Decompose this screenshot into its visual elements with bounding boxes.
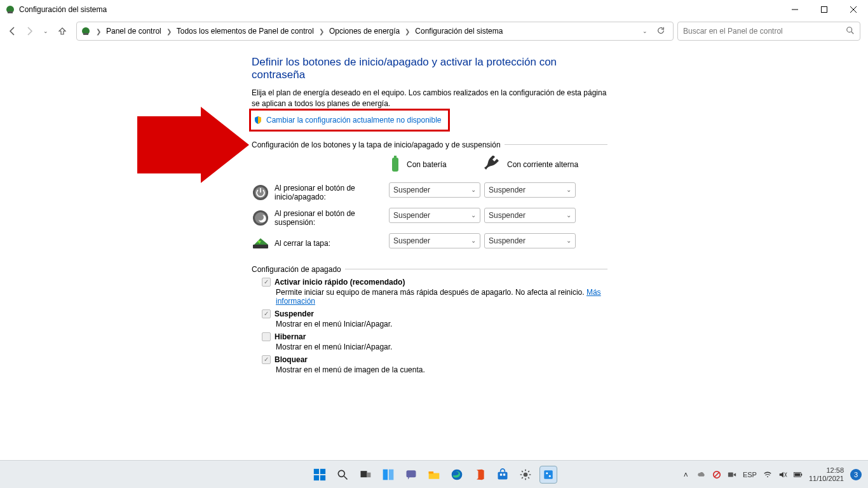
svg-rect-40: [728, 472, 733, 477]
refresh-button[interactable]: [656, 26, 665, 37]
svg-point-36: [546, 472, 548, 474]
lid-battery-select[interactable]: Suspender⌄: [389, 233, 480, 248]
svg-rect-27: [389, 469, 394, 480]
suspend-option: Suspender Mostrar en el menú Iniciar/Apa…: [262, 309, 607, 329]
checkbox[interactable]: [262, 309, 271, 318]
chat-icon[interactable]: [402, 466, 420, 484]
navigation-row: ⌄ ❯ Panel de control ❯ Todos los element…: [0, 19, 868, 43]
security-warning-icon[interactable]: [712, 470, 721, 479]
titlebar: Configuración del sistema: [0, 0, 868, 19]
minimize-button[interactable]: [780, 0, 810, 19]
search-icon: [846, 26, 855, 37]
lid-close-icon: [252, 234, 269, 252]
notifications-badge[interactable]: 3: [850, 469, 862, 480]
sleep-button-battery-select[interactable]: Suspender⌄: [389, 208, 480, 223]
up-button[interactable]: [57, 26, 67, 36]
svg-rect-33: [503, 473, 505, 475]
svg-point-37: [549, 475, 551, 477]
shutdown-settings-group: Configuración de apagado Activar inicio …: [252, 265, 607, 378]
svg-rect-45: [794, 473, 800, 476]
power-button-icon: [252, 184, 269, 201]
widgets-icon[interactable]: [379, 466, 397, 484]
meet-now-icon[interactable]: [728, 470, 736, 479]
taskbar-search-icon[interactable]: [334, 466, 351, 484]
chevron-down-icon: ⌄: [471, 212, 476, 219]
content-area: Definir los botones de inicio/apagado y …: [0, 43, 868, 488]
svg-rect-19: [320, 468, 325, 473]
svg-rect-1: [8, 11, 13, 13]
breadcrumb-item[interactable]: Todos los elementos de Panel de control: [177, 27, 314, 36]
row-label: Al presionar el botón de suspensión:: [275, 209, 389, 227]
chevron-right-icon[interactable]: ❯: [164, 28, 174, 35]
sleep-button-ac-select[interactable]: Suspender⌄: [484, 208, 576, 223]
address-history-button[interactable]: ⌄: [642, 28, 648, 34]
settings-icon[interactable]: [517, 466, 534, 484]
control-panel-taskbar-icon[interactable]: [539, 466, 557, 484]
checkbox[interactable]: [262, 332, 271, 341]
lid-ac-select[interactable]: Suspender⌄: [484, 233, 576, 248]
svg-rect-12: [394, 156, 397, 158]
svg-rect-11: [392, 158, 398, 172]
task-view-icon[interactable]: [356, 466, 374, 484]
svg-point-34: [524, 472, 528, 477]
svg-point-30: [452, 469, 463, 480]
plug-icon: [484, 156, 502, 173]
fast-startup-option: Activar inicio rápido (recomendado) Perm…: [262, 278, 607, 306]
page-title: Definir los botones de inicio/apagado y …: [252, 56, 607, 81]
svg-rect-29: [429, 471, 434, 473]
chevron-down-icon: ⌄: [471, 237, 476, 244]
row-label: Al cerrar la tapa:: [275, 239, 330, 248]
chevron-down-icon: ⌄: [566, 186, 571, 193]
explorer-icon[interactable]: [425, 466, 443, 484]
column-header-battery: Con batería: [407, 160, 447, 169]
checkbox[interactable]: [262, 355, 271, 364]
wifi-icon[interactable]: [763, 470, 772, 479]
page-description: Elija el plan de energía deseado en el e…: [252, 88, 607, 110]
breadcrumb-item[interactable]: Configuración del sistema: [415, 27, 503, 36]
search-placeholder: Buscar en el Panel de control: [683, 27, 783, 36]
address-bar[interactable]: ❯ Panel de control ❯ Todos los elementos…: [76, 22, 674, 41]
svg-rect-44: [801, 473, 803, 475]
power-button-ac-select[interactable]: Suspender⌄: [484, 182, 576, 198]
window-title: Configuración del sistema: [19, 5, 107, 14]
svg-point-22: [338, 470, 344, 477]
start-button[interactable]: [311, 466, 329, 484]
recent-locations-button[interactable]: ⌄: [41, 26, 51, 36]
svg-rect-17: [253, 245, 268, 248]
svg-rect-3: [822, 7, 827, 13]
volume-icon[interactable]: [778, 470, 787, 479]
svg-line-39: [714, 472, 719, 477]
group-legend: Configuración de los botones y la tapa d…: [252, 140, 505, 149]
search-input[interactable]: Buscar en el Panel de control: [677, 22, 860, 41]
tray-overflow-icon[interactable]: ʌ: [682, 470, 691, 479]
close-button[interactable]: [839, 0, 868, 19]
battery-tray-icon[interactable]: [794, 470, 803, 479]
maximize-button[interactable]: [810, 0, 839, 19]
chevron-right-icon[interactable]: ❯: [402, 28, 412, 35]
breadcrumb-item[interactable]: Panel de control: [106, 27, 161, 36]
office-icon[interactable]: [471, 466, 489, 484]
svg-point-8: [847, 27, 852, 32]
power-options-icon: [81, 26, 91, 36]
svg-rect-28: [407, 470, 416, 477]
change-unavailable-settings-link[interactable]: Cambiar la configuración actualmente no …: [266, 116, 442, 125]
breadcrumb-item[interactable]: Opciones de energía: [329, 27, 400, 36]
svg-rect-26: [383, 469, 388, 480]
hibernate-option: Hibernar Mostrar en el menú Iniciar/Apag…: [262, 332, 607, 351]
store-icon[interactable]: [494, 466, 512, 484]
chevron-right-icon[interactable]: ❯: [316, 28, 327, 35]
onedrive-icon[interactable]: [697, 470, 706, 479]
edge-icon[interactable]: [448, 466, 466, 484]
forward-button[interactable]: [24, 26, 34, 36]
svg-rect-21: [320, 475, 325, 480]
chevron-right-icon[interactable]: ❯: [93, 28, 104, 35]
power-button-battery-select[interactable]: Suspender⌄: [389, 182, 480, 198]
chevron-down-icon: ⌄: [566, 237, 571, 244]
back-button[interactable]: [8, 26, 18, 36]
svg-rect-35: [544, 470, 553, 479]
checkbox[interactable]: [262, 278, 271, 287]
svg-rect-31: [498, 471, 508, 479]
language-indicator[interactable]: ESP: [743, 471, 757, 478]
clock[interactable]: 12:58 11/10/2021: [809, 466, 844, 482]
annotation-highlight: Cambiar la configuración actualmente no …: [249, 109, 450, 132]
